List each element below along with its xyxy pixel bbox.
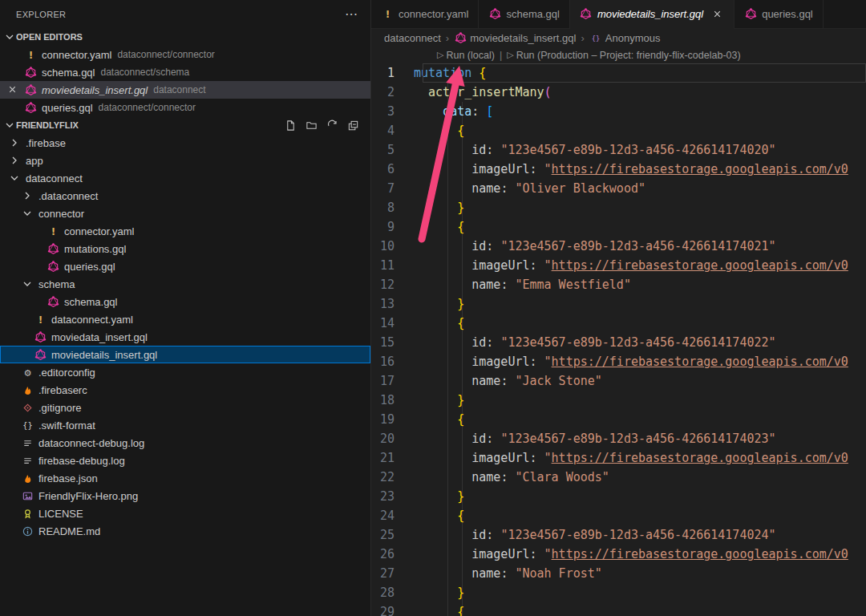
- open-editor-item-queries-gql[interactable]: queries.gqldataconnect/connector: [0, 99, 370, 116]
- code-line-21[interactable]: 21 imageUrl: "https://firebasestorage.go…: [371, 448, 866, 468]
- tree-item-schema-gql[interactable]: schema.gql: [0, 293, 370, 310]
- explorer-sidebar: EXPLORER ⋯ OPEN EDITORS !connector.yamld…: [0, 0, 371, 616]
- open-editors-list: !connector.yamldataconnect/connectorsche…: [0, 46, 370, 116]
- tree-item-moviedetails-insert-gql[interactable]: moviedetails_insert.gql: [0, 346, 370, 363]
- file-tree: .firebaseappdataconnect.dataconnectconne…: [0, 134, 370, 540]
- code-line-18[interactable]: 18 }: [371, 391, 866, 410]
- open-editors-title: OPEN EDITORS: [16, 32, 83, 42]
- line-number: 28: [371, 583, 414, 602]
- line-number: 8: [371, 198, 414, 217]
- graphql-icon: [580, 8, 593, 21]
- tab-label: connector.yaml: [399, 8, 468, 20]
- tree-item-moviedata-insert-gql[interactable]: moviedata_insert.gql: [0, 328, 370, 346]
- tree-item-connector-yaml[interactable]: !connector.yaml: [0, 222, 370, 240]
- project-root-header[interactable]: FRIENDLYFLIX: [0, 116, 370, 134]
- open-editor-item-connector-yaml[interactable]: !connector.yamldataconnect/connector: [0, 46, 370, 63]
- code-line-text: name: "Clara Woods": [414, 468, 609, 487]
- code-line-29[interactable]: 29 {: [371, 602, 866, 616]
- code-line-3[interactable]: 3 data: [: [371, 102, 866, 121]
- tree-item-swift-format[interactable]: {}.swift-format: [0, 416, 370, 434]
- tree-item-editorconfig[interactable]: ⚙.editorconfig: [0, 363, 370, 381]
- code-line-5[interactable]: 5 id: "123e4567-e89b-12d3-a456-426614174…: [371, 140, 866, 160]
- code-line-8[interactable]: 8 }: [371, 198, 866, 217]
- code-editor[interactable]: 1mutation {2 actor_insertMany(3 data: [4…: [371, 63, 866, 616]
- code-line-4[interactable]: 4 {: [371, 121, 866, 140]
- tree-item-app[interactable]: app: [0, 152, 370, 169]
- tree-item-connector[interactable]: connector: [0, 205, 370, 222]
- file-description: dataconnect/connector: [99, 102, 196, 113]
- code-line-7[interactable]: 7 name: "Oliver Blackwood": [371, 179, 866, 198]
- tree-item-label: dataconnect-debug.log: [38, 437, 144, 449]
- code-line-23[interactable]: 23 }: [371, 487, 866, 506]
- code-line-27[interactable]: 27 name: "Noah Frost": [371, 564, 866, 583]
- chevron-down-icon: [21, 207, 34, 220]
- tree-item-firebase-debug-log[interactable]: firebase-debug.log: [0, 452, 370, 469]
- code-line-25[interactable]: 25 id: "123e4567-e89b-12d3-a456-42661417…: [371, 525, 866, 545]
- graphql-icon: [488, 8, 501, 21]
- tab-moviedetails-insert-gql[interactable]: moviedetails_insert.gql: [570, 0, 734, 29]
- tree-item-dataconnect-yaml[interactable]: !dataconnect.yaml: [0, 310, 370, 328]
- more-actions-icon[interactable]: ⋯: [345, 6, 358, 22]
- code-line-28[interactable]: 28 }: [371, 583, 866, 602]
- code-line-text: {: [414, 314, 464, 333]
- code-line-16[interactable]: 16 imageUrl: "https://firebasestorage.go…: [371, 352, 866, 371]
- breadcrumb-item-dataconnect[interactable]: dataconnect: [384, 32, 441, 44]
- code-line-20[interactable]: 20 id: "123e4567-e89b-12d3-a456-42661417…: [371, 429, 866, 448]
- code-line-6[interactable]: 6 imageUrl: "https://firebasestorage.goo…: [371, 160, 866, 179]
- code-line-15[interactable]: 15 id: "123e4567-e89b-12d3-a456-42661417…: [371, 333, 866, 352]
- line-number: 12: [371, 275, 414, 294]
- collapse-all-icon[interactable]: [346, 119, 359, 132]
- open-editor-item-schema-gql[interactable]: schema.gqldataconnect/schema: [0, 63, 370, 81]
- run-production-button[interactable]: ▷ Run (Production – Project: friendly-fl…: [507, 50, 740, 61]
- tree-item-label: .firebase: [26, 137, 66, 149]
- code-line-10[interactable]: 10 id: "123e4567-e89b-12d3-a456-42661417…: [371, 237, 866, 256]
- tab-queries-gql[interactable]: queries.gql: [734, 0, 824, 29]
- svg-text:{}: {}: [22, 420, 32, 430]
- graphql-icon: [34, 330, 47, 343]
- close-icon[interactable]: [711, 8, 724, 21]
- breadcrumb-item-anonymous[interactable]: {}Anonymous: [589, 31, 661, 44]
- close-icon[interactable]: [6, 83, 19, 96]
- tab-connector-yaml[interactable]: !connector.yaml: [371, 0, 479, 29]
- code-line-text: imageUrl: "https://firebasestorage.googl…: [414, 545, 848, 564]
- refresh-icon[interactable]: [326, 119, 338, 132]
- tree-item-queries-gql[interactable]: queries.gql: [0, 257, 370, 275]
- tree-item-friendlyflix-hero-png[interactable]: FriendlyFlix-Hero.png: [0, 487, 370, 505]
- tree-item-dataconnect[interactable]: .dataconnect: [0, 187, 370, 205]
- tree-item-dataconnect[interactable]: dataconnect: [0, 169, 370, 187]
- code-line-2[interactable]: 2 actor_insertMany(: [371, 83, 866, 102]
- code-line-13[interactable]: 13 }: [371, 294, 866, 314]
- tree-item-schema[interactable]: schema: [0, 275, 370, 293]
- code-line-text: id: "123e4567-e89b-12d3-a456-42661417402…: [414, 140, 776, 160]
- code-line-14[interactable]: 14 {: [371, 314, 866, 333]
- warning-icon: !: [381, 8, 394, 21]
- tree-item-label: mutations.gql: [64, 243, 126, 255]
- tree-item-firebaserc[interactable]: .firebaserc: [0, 381, 370, 399]
- breadcrumb-item-moviedetails-insert-gql[interactable]: moviedetails_insert.gql: [454, 31, 576, 44]
- new-file-icon[interactable]: [284, 119, 297, 132]
- run-local-button[interactable]: ▷ Run (local): [437, 50, 495, 61]
- code-line-24[interactable]: 24 {: [371, 506, 866, 525]
- code-line-17[interactable]: 17 name: "Jack Stone": [371, 371, 866, 391]
- tree-item-firebase[interactable]: .firebase: [0, 134, 370, 152]
- tab-schema-gql[interactable]: schema.gql: [479, 0, 569, 29]
- tree-item-readme-md[interactable]: README.md: [0, 522, 370, 540]
- graphql-icon: [47, 242, 59, 255]
- tree-item-firebase-json[interactable]: firebase.json: [0, 469, 370, 487]
- tree-item-gitignore[interactable]: .gitignore: [0, 399, 370, 416]
- code-line-1[interactable]: 1mutation {: [371, 63, 866, 83]
- code-line-11[interactable]: 11 imageUrl: "https://firebasestorage.go…: [371, 256, 866, 275]
- open-editor-item-moviedetails-insert-gql[interactable]: moviedetails_insert.gqldataconnect: [0, 81, 370, 99]
- code-line-9[interactable]: 9 {: [371, 217, 866, 237]
- line-number: 1: [371, 63, 414, 83]
- code-line-22[interactable]: 22 name: "Clara Woods": [371, 468, 866, 487]
- chevron-down-icon: [3, 30, 16, 43]
- tree-item-dataconnect-debug-log[interactable]: dataconnect-debug.log: [0, 434, 370, 452]
- code-line-19[interactable]: 19 {: [371, 410, 866, 429]
- tree-item-mutations-gql[interactable]: mutations.gql: [0, 240, 370, 257]
- open-editors-header[interactable]: OPEN EDITORS: [0, 28, 370, 46]
- code-line-26[interactable]: 26 imageUrl: "https://firebasestorage.go…: [371, 545, 866, 564]
- code-line-12[interactable]: 12 name: "Emma Westfield": [371, 275, 866, 294]
- tree-item-license[interactable]: LICENSE: [0, 505, 370, 522]
- new-folder-icon[interactable]: [305, 119, 318, 132]
